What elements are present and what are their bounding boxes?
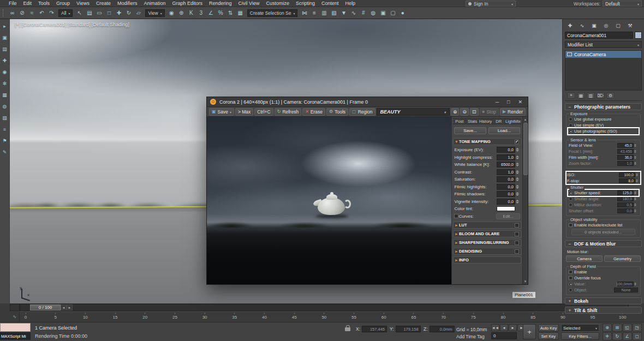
- pin-stack-icon[interactable]: ⌖: [567, 92, 575, 99]
- excluded-objects-button[interactable]: 0 objects excluded...: [571, 229, 635, 235]
- selection-lock-icon[interactable]: [345, 327, 350, 331]
- dof-motion-blur-rollout[interactable]: DOF & Motion Blur: [565, 240, 642, 247]
- config-save-button[interactable]: Save...: [454, 127, 486, 134]
- select-object-icon[interactable]: ↖: [75, 9, 84, 17]
- vfb-section-header[interactable]: LUT: [453, 222, 521, 229]
- value-input[interactable]: 0,0: [497, 176, 515, 182]
- toggle-layer-explorer-icon[interactable]: ▧: [329, 9, 338, 17]
- vfb-save-button[interactable]: ▣ Save: [209, 108, 234, 116]
- create-tab-icon[interactable]: ✚: [565, 21, 575, 29]
- spinner[interactable]: [516, 176, 520, 182]
- curve-editor-icon[interactable]: ∿: [349, 9, 358, 17]
- photographic-parameters-rollout[interactable]: Photographic parameters: [565, 103, 642, 110]
- section-checkbox[interactable]: [515, 223, 519, 228]
- zoom-in-icon[interactable]: ⊕: [451, 108, 460, 116]
- zoom-extents-icon[interactable]: ◱: [623, 324, 632, 332]
- use-global-exposure-radio[interactable]: [569, 117, 573, 121]
- unlink-selection-icon[interactable]: ⊘: [17, 9, 27, 17]
- mblur-duration-radio[interactable]: [569, 203, 573, 207]
- vfb-title-bar[interactable]: ☺ Corona 2 | 640×480px (1:1) | Camera: C…: [207, 97, 528, 107]
- sphere-icon[interactable]: ◍: [3, 104, 7, 109]
- toolbar-grip[interactable]: [3, 9, 5, 17]
- reference-coordinate-dropdown[interactable]: View: [145, 9, 164, 17]
- scroll-up-icon[interactable]: ▲: [524, 117, 527, 122]
- dof-enable-checkbox[interactable]: [569, 270, 573, 274]
- vfb-render-button[interactable]: ▶ Render: [500, 108, 526, 116]
- select-and-scale-icon[interactable]: ▱: [134, 9, 143, 17]
- use-photographic-iso-radio[interactable]: [569, 129, 573, 133]
- vfb-erase-button[interactable]: ✕ Erase: [302, 108, 325, 116]
- orbit-icon[interactable]: ↻: [612, 332, 622, 340]
- menu-item[interactable]: Modifiers: [114, 1, 141, 6]
- pan-icon[interactable]: ✛: [603, 332, 612, 340]
- zoom-icon[interactable]: ⊕: [603, 324, 612, 332]
- select-and-manipulate-icon[interactable]: ⊕: [177, 9, 186, 17]
- time-slider-handle[interactable]: 0 / 100: [30, 304, 61, 310]
- spinner[interactable]: [516, 184, 520, 190]
- section-checkbox[interactable]: [515, 232, 519, 236]
- menu-item[interactable]: Animation: [140, 1, 169, 6]
- iso-input[interactable]: 100,0: [619, 172, 635, 177]
- spinner[interactable]: [634, 282, 638, 286]
- menu-item[interactable]: Edit: [20, 1, 35, 6]
- menu-item[interactable]: Content: [318, 1, 342, 6]
- maximize-viewport-icon[interactable]: ◻: [633, 332, 642, 340]
- focus-value-radio[interactable]: [569, 282, 573, 286]
- align-icon[interactable]: ≡: [309, 9, 319, 17]
- x-coordinate-input[interactable]: 157,445: [362, 326, 387, 332]
- next-frame-nudge[interactable]: ►: [67, 304, 73, 310]
- shutter-speed-radio[interactable]: [569, 191, 573, 195]
- vfb-tab[interactable]: History: [479, 118, 492, 124]
- vfb-copy-button[interactable]: Ctrl+C: [254, 108, 273, 116]
- vfb-tab[interactable]: LightMix: [505, 118, 521, 124]
- menu-item[interactable]: Civil View: [235, 1, 263, 6]
- value-input[interactable]: 6500,0: [497, 161, 515, 167]
- selection-set-dropdown[interactable]: Selected: [561, 324, 599, 332]
- angle-snap-icon[interactable]: ∠: [206, 9, 216, 17]
- color-tint-swatch[interactable]: [497, 206, 515, 211]
- rendered-frame-window-icon[interactable]: ▢: [388, 9, 397, 17]
- motion-blur-camera-button[interactable]: Camera: [566, 255, 603, 262]
- add-icon[interactable]: ✚: [3, 58, 7, 63]
- add-time-tag[interactable]: Add Time Tag: [456, 334, 485, 339]
- viewport-label[interactable]: [+] [CoronaCamera001] [Standard] [Defaul…: [15, 22, 129, 27]
- value-input[interactable]: 1,0: [497, 154, 515, 160]
- vfb-tab[interactable]: DR: [492, 118, 505, 124]
- zoom-fit-icon[interactable]: ⊡: [470, 108, 479, 116]
- play-animation-icon[interactable]: ►: [509, 324, 517, 331]
- undo-icon[interactable]: ↶: [37, 9, 46, 17]
- shutter-speed-input[interactable]: 125,0: [617, 190, 634, 195]
- grid-icon[interactable]: ▦: [2, 92, 7, 98]
- rendered-image[interactable]: [207, 117, 451, 284]
- zoom-all-icon[interactable]: ⊞: [612, 324, 622, 332]
- maxscript-mini-listener[interactable]: [0, 323, 31, 332]
- motion-tab-icon[interactable]: ◎: [601, 21, 611, 29]
- modifier-stack[interactable]: CoronaCamera: [565, 50, 642, 91]
- spinner-snap-icon[interactable]: ⇅: [226, 9, 235, 17]
- display-tab-icon[interactable]: ▢: [613, 21, 623, 29]
- flag-icon[interactable]: ⚑: [2, 138, 7, 143]
- scrollbar-thumb[interactable]: [523, 123, 528, 175]
- go-to-start-icon[interactable]: ◄◄: [491, 324, 499, 331]
- tilt-shift-rollout[interactable]: Tilt & Shift: [565, 307, 642, 314]
- vfb-tab[interactable]: Stats: [466, 118, 479, 124]
- previous-frame-icon[interactable]: ◄: [500, 324, 508, 331]
- shutter-angle-input[interactable]: 180,0: [617, 196, 634, 201]
- scene-explorer-icon[interactable]: ▣: [2, 35, 7, 40]
- zoom-extents-all-icon[interactable]: ◳: [633, 324, 642, 332]
- value-input[interactable]: 1,0: [497, 169, 515, 175]
- set-key-large-button[interactable]: +: [523, 324, 536, 339]
- vfb-section-header[interactable]: INFO: [453, 256, 521, 264]
- spinner[interactable]: [634, 208, 638, 213]
- tone-mapping-checkbox[interactable]: [515, 140, 519, 144]
- use-pivot-point-icon[interactable]: ◉: [167, 9, 176, 17]
- toggle-ribbon-icon[interactable]: ▼: [339, 9, 348, 17]
- spinner[interactable]: [634, 202, 638, 207]
- vfb-section-header[interactable]: SHARPENING/BLURRING: [453, 239, 521, 246]
- set-key-button[interactable]: Set Key: [538, 332, 559, 340]
- section-checkbox[interactable]: [515, 249, 519, 254]
- track-bar[interactable]: 0 5 10 15 20 25 30: [20, 312, 629, 322]
- spinner[interactable]: [636, 178, 640, 183]
- toggle-scene-explorer-icon[interactable]: ▥: [319, 9, 329, 17]
- zoom-factor-input[interactable]: 1,0: [617, 161, 634, 166]
